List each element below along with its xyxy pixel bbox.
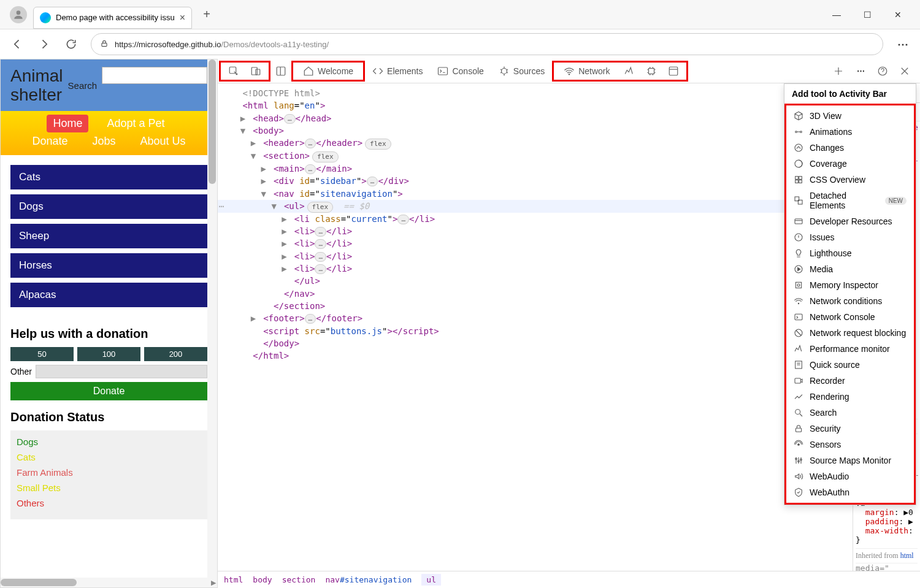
profile-avatar[interactable]: [10, 6, 27, 23]
menu-item-changes[interactable]: Changes: [786, 140, 914, 156]
sidebar-item[interactable]: Sheep: [10, 224, 207, 248]
menu-item-rendering[interactable]: Rendering: [786, 389, 914, 405]
menu-item-webauthn[interactable]: WebAuthn: [786, 484, 914, 500]
dom-node[interactable]: <!DOCTYPE html>: [218, 87, 853, 99]
dom-node[interactable]: ▶ <div id="sidebar">…</div>: [218, 175, 853, 187]
tab-console[interactable]: Console: [430, 61, 491, 82]
dom-node[interactable]: ▶ <li>…</li>: [218, 262, 853, 275]
tab-elements[interactable]: Elements: [365, 61, 430, 82]
memory-button[interactable]: [641, 61, 662, 82]
search-input[interactable]: [102, 67, 207, 84]
dom-breadcrumb[interactable]: htmlbodysectionnav#sitenavigationul: [218, 571, 920, 588]
menu-item-issues[interactable]: Issues: [786, 229, 914, 245]
menu-item-search[interactable]: Search: [786, 405, 914, 421]
menu-item-recorder[interactable]: Recorder: [786, 373, 914, 389]
css-rule[interactable]: Inherited from htmlmedia="(prefers-color…: [856, 548, 918, 571]
main-area: Animalshelter Search HomeAdopt a Pet Don…: [0, 59, 920, 588]
menu-item-detached-elements[interactable]: Detached ElementsNEW: [786, 188, 914, 213]
menu-item-media[interactable]: Media: [786, 261, 914, 277]
horizontal-scrollbar[interactable]: ▶: [1, 578, 217, 587]
vertical-scrollbar[interactable]: [207, 59, 217, 578]
donate-button[interactable]: Donate: [10, 382, 207, 400]
menu-item-quick-source[interactable]: Quick source: [786, 357, 914, 373]
menu-item-webaudio[interactable]: WebAudio: [786, 468, 914, 484]
back-button[interactable]: [5, 32, 29, 56]
dom-node[interactable]: ▶ <main>…</main>: [218, 162, 853, 175]
menu-item-coverage[interactable]: Coverage: [786, 156, 914, 172]
browser-tab[interactable]: Demo page with accessibility issu ×: [33, 7, 192, 29]
tab-welcome[interactable]: Welcome: [296, 61, 361, 82]
dom-node[interactable]: </ul>: [218, 275, 853, 287]
dom-node[interactable]: ▶ <footer>…</footer>: [218, 312, 853, 324]
nav-link[interactable]: Adopt a Pet: [101, 115, 171, 132]
dom-node[interactable]: ▶ <li>…</li>: [218, 237, 853, 250]
sidebar-item[interactable]: Cats: [10, 165, 207, 189]
add-tool-button[interactable]: [828, 61, 849, 82]
dom-node[interactable]: ▼ <section>flex: [218, 150, 853, 162]
dom-node[interactable]: ▶ <head>…</head>: [218, 112, 853, 124]
tab-network[interactable]: Network: [556, 61, 617, 82]
refresh-button[interactable]: [59, 32, 83, 56]
donate-amount-button[interactable]: 200: [144, 347, 207, 361]
menu-item-network-console[interactable]: Network Console: [786, 309, 914, 325]
dom-node[interactable]: ▶ <li>…</li>: [218, 250, 853, 262]
dock-button[interactable]: [270, 61, 291, 82]
menu-item-animations[interactable]: Animations: [786, 124, 914, 140]
menu-item-memory-inspector[interactable]: Memory Inspector: [786, 277, 914, 293]
minimize-button[interactable]: —: [827, 5, 846, 25]
maximize-button[interactable]: ☐: [857, 5, 877, 25]
dom-node[interactable]: ▶ <header>…</header>flex: [218, 137, 853, 150]
breadcrumb-item[interactable]: section: [282, 575, 316, 584]
menu-item-network-request-blocking[interactable]: Network request blocking: [786, 325, 914, 341]
breadcrumb-item[interactable]: html: [224, 575, 243, 584]
menu-item-source-maps-monitor[interactable]: Source Maps Monitor: [786, 452, 914, 468]
address-bar[interactable]: https://microsoftedge.github.io/Demos/de…: [91, 33, 883, 55]
nav-link[interactable]: Home: [47, 115, 88, 132]
nav-link[interactable]: Donate: [26, 132, 74, 150]
forward-button[interactable]: [32, 32, 56, 56]
donate-amount-button[interactable]: 100: [77, 347, 140, 361]
nav-link[interactable]: About Us: [134, 132, 192, 150]
dom-node[interactable]: </section>: [218, 300, 853, 312]
menu-item-performance-monitor[interactable]: Performance monitor: [786, 341, 914, 357]
browser-menu-button[interactable]: ⋯: [891, 32, 915, 56]
dom-node[interactable]: ▶ <li>…</li>: [218, 225, 853, 237]
inspect-button[interactable]: [223, 61, 244, 82]
devtools-close-button[interactable]: [894, 61, 915, 82]
dom-node[interactable]: <html lang="en">: [218, 99, 853, 112]
devtools-more-button[interactable]: ⋯: [850, 61, 871, 82]
sidebar-item[interactable]: Horses: [10, 253, 207, 278]
menu-item-3d-view[interactable]: 3D View: [786, 108, 914, 124]
tab-sources[interactable]: Sources: [491, 61, 552, 82]
dom-node[interactable]: </html>: [218, 349, 853, 362]
new-tab-button[interactable]: +: [197, 5, 217, 25]
donate-amount-button[interactable]: 50: [10, 347, 74, 361]
breadcrumb-item[interactable]: ul: [421, 574, 441, 586]
sidebar-item[interactable]: Dogs: [10, 194, 207, 219]
close-window-button[interactable]: ✕: [888, 5, 908, 25]
dom-node[interactable]: ▼ <body>: [218, 124, 853, 137]
menu-item-developer-resources[interactable]: Developer Resources: [786, 213, 914, 229]
nav-link[interactable]: Jobs: [86, 132, 121, 150]
application-button[interactable]: [663, 61, 684, 82]
devtools-help-button[interactable]: [872, 61, 893, 82]
menu-item-sensors[interactable]: Sensors: [786, 437, 914, 452]
device-toolbar-button[interactable]: [245, 61, 266, 82]
dom-node[interactable]: <script src="buttons.js"></script>: [218, 325, 853, 337]
breadcrumb-item[interactable]: nav#sitenavigation: [325, 575, 412, 584]
menu-item-security[interactable]: Security: [786, 421, 914, 437]
dom-node[interactable]: </body>: [218, 337, 853, 349]
menu-item-lighthouse[interactable]: Lighthouse: [786, 245, 914, 261]
menu-item-network-conditions[interactable]: Network conditions: [786, 293, 914, 309]
dom-node[interactable]: ▼ <nav id="sitenavigation">: [218, 188, 853, 200]
dom-node[interactable]: </nav>: [218, 288, 853, 300]
dom-node[interactable]: ▶ <li class="current">…</li>: [218, 213, 853, 225]
dom-node[interactable]: ⋯ ▼ <ul>flex == $0: [218, 200, 853, 213]
other-amount-input[interactable]: [36, 365, 207, 378]
menu-item-css-overview[interactable]: CSS Overview: [786, 172, 914, 188]
dom-tree[interactable]: <!DOCTYPE html> <html lang="en"> ▶ <head…: [218, 83, 853, 571]
sidebar-item[interactable]: Alpacas: [10, 283, 207, 307]
close-tab-icon[interactable]: ×: [180, 12, 185, 23]
performance-button[interactable]: [619, 61, 640, 82]
breadcrumb-item[interactable]: body: [253, 575, 272, 584]
